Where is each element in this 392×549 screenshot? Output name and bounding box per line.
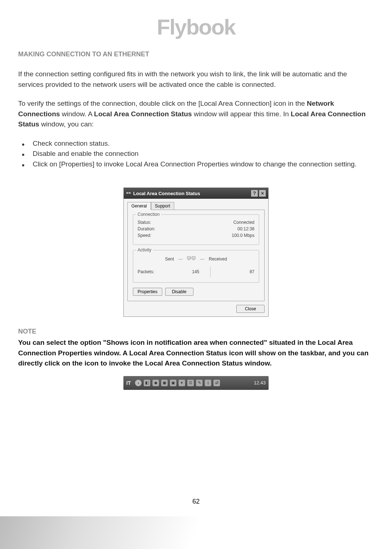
bullet-list: Check connection status. Disable and ena… <box>18 138 374 170</box>
taskbar-screenshot: IT ‹ ◧ ◆ ▣ ▣ ▾ ☰ ✎ ᚼ ⇄ 12.43 <box>18 376 374 390</box>
svg-rect-6 <box>193 259 195 260</box>
bullet-item-3: Click on [Properties] to invoke Local Ar… <box>18 159 374 170</box>
packets-received: 87 <box>214 269 254 274</box>
language-indicator[interactable]: IT <box>126 380 131 386</box>
received-header: Received <box>209 257 227 262</box>
activity-legend: Activity <box>136 247 153 253</box>
brand-logo-text: Flybook <box>157 15 235 39</box>
help-button[interactable]: ? <box>251 190 258 197</box>
para2-post: window, you can: <box>39 120 94 128</box>
page-number: 62 <box>0 498 392 505</box>
speed-label: Speed: <box>138 233 151 238</box>
properties-button[interactable]: Properties <box>133 288 162 296</box>
activity-group: Activity Sent — — Received Packets: 145 <box>133 250 259 283</box>
tab-general[interactable]: General <box>127 202 151 210</box>
tab-content: Connection Status: Connected Duration: 0… <box>127 210 265 301</box>
bluetooth-icon[interactable]: ᚼ <box>205 380 211 386</box>
tray-icon-6[interactable]: ☰ <box>187 380 194 386</box>
activity-divider <box>210 266 211 277</box>
disable-button[interactable]: Disable <box>165 288 193 296</box>
dialog-window: Local Area Connection Status ? × General… <box>123 187 269 317</box>
duration-label: Duration: <box>138 226 155 231</box>
tab-support[interactable]: Support <box>151 202 174 210</box>
connection-group: Connection Status: Connected Duration: 0… <box>133 214 259 245</box>
tray-icon-5[interactable]: ▾ <box>179 380 185 386</box>
taskbar: IT ‹ ◧ ◆ ▣ ▣ ▾ ☰ ✎ ᚼ ⇄ 12.43 <box>123 376 269 390</box>
packets-label: Packets: <box>138 269 170 274</box>
status-value: Connected <box>233 220 254 225</box>
button-row: Properties Disable <box>133 288 259 296</box>
footer-gradient <box>0 516 392 549</box>
dialog-titlebar: Local Area Connection Status ? × <box>124 188 268 199</box>
dialog-tabs: General Support <box>127 202 265 210</box>
speed-value: 100.0 Mbps <box>232 233 254 238</box>
dash-left: — <box>178 257 183 262</box>
bullet-item-1: Check connection status. <box>18 138 374 149</box>
svg-rect-0 <box>126 192 128 194</box>
taskbar-clock[interactable]: 12.43 <box>254 380 266 385</box>
packets-row: Packets: 145 87 <box>138 266 254 277</box>
sent-header: Sent <box>165 257 174 262</box>
tray-icon-2[interactable]: ◆ <box>152 380 159 386</box>
section-heading: MAKING CONNECTION TO AN ETHERNET <box>18 51 374 58</box>
dialog-screenshot: Local Area Connection Status ? × General… <box>18 187 374 317</box>
dialog-body: General Support Connection Status: Conne… <box>124 199 268 316</box>
svg-rect-4 <box>192 257 195 259</box>
close-button[interactable]: Close <box>236 305 265 313</box>
para2-mid: window. A <box>60 110 94 118</box>
tray-icon-3[interactable]: ▣ <box>161 380 168 386</box>
connection-legend: Connection <box>136 212 161 217</box>
note-text: You can select the option "Shows icon in… <box>18 338 374 369</box>
activity-header: Sent — — Received <box>138 255 254 263</box>
network-icon <box>126 191 131 196</box>
dialog-title: Local Area Connection Status <box>133 191 200 196</box>
duration-value: 00:12:38 <box>237 226 254 231</box>
bullet-item-2: Disable and enable the connection <box>18 149 374 159</box>
status-label: Status: <box>138 220 151 225</box>
svg-rect-3 <box>187 257 191 259</box>
close-row: Close <box>127 305 265 313</box>
paragraph-1: If the connection setting configured fit… <box>18 69 374 90</box>
dash-right: — <box>200 257 204 262</box>
paragraph-2: To verify the settings of the connection… <box>18 98 374 130</box>
computers-icon <box>187 255 196 263</box>
para2-bold-2: Local Area Connection Status <box>94 110 192 118</box>
tray-icon-4[interactable]: ▣ <box>170 380 176 386</box>
tray-icon-1[interactable]: ◧ <box>144 380 150 386</box>
close-x-button[interactable]: × <box>259 190 266 197</box>
status-row: Status: Connected <box>138 220 254 225</box>
brand-logo: Flybook <box>18 15 374 40</box>
para2-mid2: window will appear this time. In <box>192 110 291 118</box>
note-heading: NOTE <box>18 328 374 335</box>
duration-row: Duration: 00:12:38 <box>138 226 254 231</box>
para2-pre: To verify the settings of the connection… <box>18 100 307 107</box>
packets-sent: 145 <box>170 269 207 274</box>
speed-row: Speed: 100.0 Mbps <box>138 233 254 238</box>
svg-rect-5 <box>188 259 190 260</box>
svg-rect-1 <box>129 192 131 194</box>
tray-expand-icon[interactable]: ‹ <box>135 380 142 386</box>
network-tray-icon[interactable]: ⇄ <box>213 380 220 386</box>
tray-icon-7[interactable]: ✎ <box>196 380 203 386</box>
